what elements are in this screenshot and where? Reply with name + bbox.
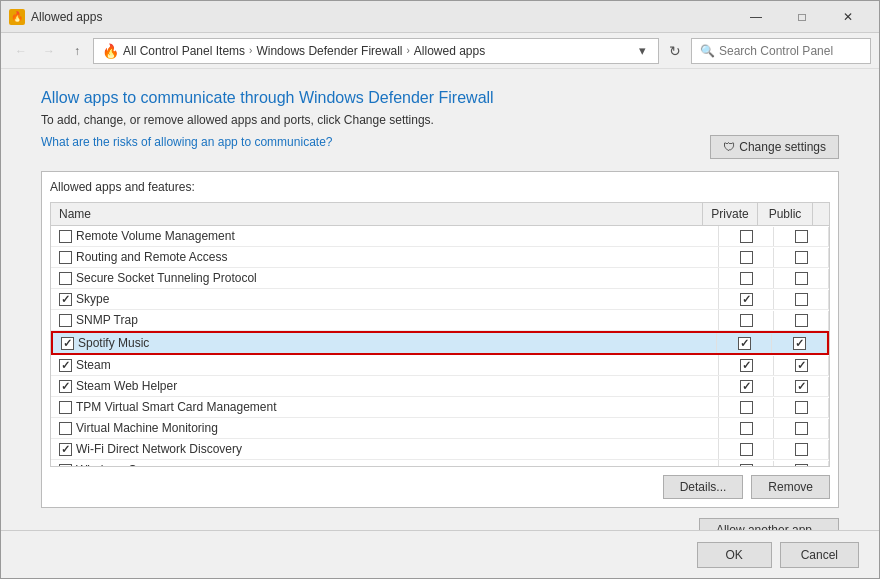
col-name-header: Name [51, 203, 703, 225]
address-dropdown-button[interactable]: ▾ [634, 39, 650, 63]
public-cell [774, 356, 829, 375]
private-checkbox[interactable] [740, 359, 753, 372]
search-icon: 🔍 [700, 44, 715, 58]
refresh-button[interactable]: ↻ [663, 38, 687, 64]
public-checkbox[interactable] [795, 230, 808, 243]
window-controls: — □ ✕ [733, 1, 871, 33]
app-name-label: Steam Web Helper [76, 379, 177, 393]
app-name-label: TPM Virtual Smart Card Management [76, 400, 277, 414]
top-row: What are the risks of allowing an app to… [41, 135, 839, 159]
app-checkbox[interactable] [59, 230, 72, 243]
remove-button[interactable]: Remove [751, 475, 830, 499]
private-checkbox[interactable] [740, 251, 753, 264]
main-content: Allow apps to communicate through Window… [1, 69, 879, 530]
public-cell [774, 377, 829, 396]
app-checkbox[interactable] [59, 380, 72, 393]
public-checkbox[interactable] [795, 464, 808, 467]
app-name-cell: SNMP Trap [51, 310, 719, 330]
breadcrumb-item-2: Windows Defender Firewall [256, 44, 402, 58]
public-checkbox[interactable] [795, 401, 808, 414]
app-name-cell: Skype [51, 289, 719, 309]
public-checkbox[interactable] [795, 251, 808, 264]
table-row[interactable]: Spotify Music [51, 331, 829, 355]
search-input[interactable] [719, 44, 869, 58]
public-checkbox[interactable] [795, 272, 808, 285]
public-checkbox[interactable] [795, 422, 808, 435]
table-row[interactable]: Remote Volume Management [51, 226, 829, 247]
app-checkbox[interactable] [61, 337, 74, 350]
panel-label: Allowed apps and features: [50, 180, 830, 194]
app-name-label: Routing and Remote Access [76, 250, 227, 264]
table-row[interactable]: Secure Socket Tunneling Protocol [51, 268, 829, 289]
minimize-button[interactable]: — [733, 1, 779, 33]
back-button[interactable]: ← [9, 39, 33, 63]
address-bar-input[interactable]: 🔥 All Control Panel Items › Windows Defe… [93, 38, 659, 64]
public-checkbox[interactable] [795, 293, 808, 306]
cancel-button[interactable]: Cancel [780, 542, 859, 568]
private-cell [719, 269, 774, 288]
app-name-label: Secure Socket Tunneling Protocol [76, 271, 257, 285]
forward-button[interactable]: → [37, 39, 61, 63]
public-checkbox[interactable] [795, 443, 808, 456]
private-checkbox[interactable] [738, 337, 751, 350]
table-row[interactable]: SNMP Trap [51, 310, 829, 331]
ok-button[interactable]: OK [697, 542, 772, 568]
app-name-cell: Virtual Machine Monitoring [51, 418, 719, 438]
app-checkbox[interactable] [59, 251, 72, 264]
window-title: Allowed apps [31, 10, 733, 24]
shield-icon: 🛡 [723, 140, 735, 154]
table-row[interactable]: Steam Web Helper [51, 376, 829, 397]
app-name-cell: Secure Socket Tunneling Protocol [51, 268, 719, 288]
search-box: 🔍 [691, 38, 871, 64]
app-name-cell: Steam Web Helper [51, 376, 719, 396]
app-checkbox[interactable] [59, 359, 72, 372]
table-row[interactable]: Routing and Remote Access [51, 247, 829, 268]
footer: OK Cancel [1, 530, 879, 578]
allow-another-button[interactable]: Allow another app... [699, 518, 839, 530]
details-button[interactable]: Details... [663, 475, 744, 499]
up-button[interactable]: ↑ [65, 39, 89, 63]
close-button[interactable]: ✕ [825, 1, 871, 33]
private-cell [719, 461, 774, 467]
app-checkbox[interactable] [59, 314, 72, 327]
table-row[interactable]: Steam [51, 355, 829, 376]
private-checkbox[interactable] [740, 443, 753, 456]
address-bar: ← → ↑ 🔥 All Control Panel Items › Window… [1, 33, 879, 69]
private-checkbox[interactable] [740, 293, 753, 306]
private-cell [719, 440, 774, 459]
table-row[interactable]: Wi-Fi Direct Network Discovery [51, 439, 829, 460]
window: 🔥 Allowed apps — □ ✕ ← → ↑ 🔥 All Control… [0, 0, 880, 579]
public-cell [774, 461, 829, 467]
private-checkbox[interactable] [740, 230, 753, 243]
private-checkbox[interactable] [740, 401, 753, 414]
public-cell [774, 227, 829, 246]
breadcrumb-item-3: Allowed apps [414, 44, 485, 58]
app-checkbox[interactable] [59, 401, 72, 414]
table-row[interactable]: Windows Camera [51, 460, 829, 466]
change-settings-button[interactable]: 🛡 Change settings [710, 135, 839, 159]
public-checkbox[interactable] [795, 359, 808, 372]
private-checkbox[interactable] [740, 422, 753, 435]
app-name-label: Wi-Fi Direct Network Discovery [76, 442, 242, 456]
table-row[interactable]: TPM Virtual Smart Card Management [51, 397, 829, 418]
public-checkbox[interactable] [795, 380, 808, 393]
help-link[interactable]: What are the risks of allowing an app to… [41, 135, 332, 149]
table-row[interactable]: Virtual Machine Monitoring [51, 418, 829, 439]
private-checkbox[interactable] [740, 464, 753, 467]
public-cell [774, 269, 829, 288]
public-checkbox[interactable] [795, 314, 808, 327]
col-private-header: Private [703, 203, 758, 225]
app-checkbox[interactable] [59, 272, 72, 285]
app-checkbox[interactable] [59, 464, 72, 467]
app-checkbox[interactable] [59, 293, 72, 306]
maximize-button[interactable]: □ [779, 1, 825, 33]
app-name-label: Skype [76, 292, 109, 306]
private-checkbox[interactable] [740, 272, 753, 285]
app-checkbox[interactable] [59, 443, 72, 456]
private-checkbox[interactable] [740, 380, 753, 393]
app-checkbox[interactable] [59, 422, 72, 435]
private-checkbox[interactable] [740, 314, 753, 327]
table-row[interactable]: Skype [51, 289, 829, 310]
app-name-cell: Windows Camera [51, 460, 719, 466]
public-checkbox[interactable] [793, 337, 806, 350]
